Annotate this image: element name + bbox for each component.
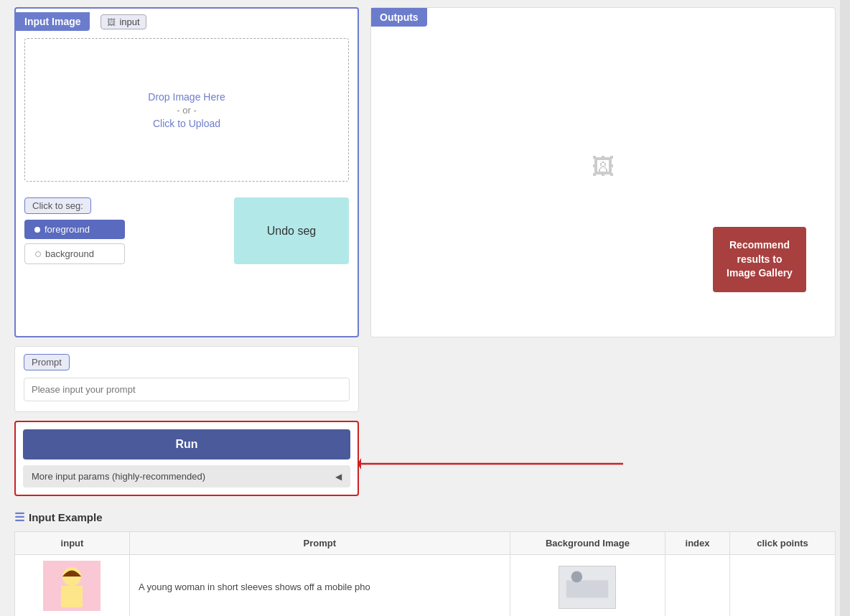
cell-input: [15, 555, 130, 617]
fg-dot-icon: [34, 227, 40, 233]
col-index: index: [665, 532, 730, 555]
table-row: A young woman in short sleeves shows off…: [15, 555, 836, 617]
collapse-arrow-icon: ◀: [335, 472, 342, 482]
input-image-panel: Input Image 🖼 input Drop Image Here - or…: [14, 7, 359, 337]
prompt-input[interactable]: [24, 378, 350, 401]
example-header-label: Input Example: [29, 511, 103, 523]
cell-bg: [510, 555, 665, 617]
input-tag: 🖼 input: [101, 14, 146, 29]
cell-prompt: A young woman in short sleeves shows off…: [129, 555, 510, 617]
output-header: Outputs: [371, 8, 427, 27]
image-small-icon: 🖼: [107, 17, 116, 27]
output-panel: Outputs 🖼 Recommend results to Image Gal…: [370, 7, 836, 337]
output-body: 🖼 Recommend results to Image Gallery: [371, 27, 835, 307]
undo-seg-button[interactable]: Undo seg: [234, 197, 349, 264]
seg-controls: Click to seg: foreground background: [24, 197, 225, 264]
input-image-header: Input Image: [16, 12, 90, 31]
example-person-image: [43, 561, 101, 611]
col-input: input: [15, 532, 130, 555]
drop-zone[interactable]: Drop Image Here - or - Click to Upload: [24, 38, 349, 182]
example-header: ☰ Input Example: [14, 510, 836, 524]
svg-marker-1: [358, 458, 361, 470]
bg-placeholder-svg: [559, 566, 615, 609]
red-arrow-annotation: [358, 442, 630, 485]
run-button[interactable]: Run: [23, 429, 350, 459]
foreground-button[interactable]: foreground: [24, 220, 125, 239]
example-table: input Prompt Background Image index clic…: [14, 531, 836, 616]
col-click: click points: [729, 532, 835, 555]
drop-zone-or: - or -: [177, 105, 196, 116]
svg-rect-6: [566, 580, 609, 597]
table-header-row: input Prompt Background Image index clic…: [15, 532, 836, 555]
more-params-row[interactable]: More input params (highly-recommended) ◀: [23, 465, 350, 487]
more-params-label: More input params (highly-recommended): [32, 471, 205, 482]
bg-dot-icon: [35, 251, 41, 257]
col-prompt: Prompt: [129, 532, 510, 555]
cell-index: [665, 555, 730, 617]
background-button[interactable]: background: [24, 243, 125, 264]
click-to-seg-label: Click to seg:: [24, 197, 91, 214]
prompt-section: Prompt: [14, 346, 359, 412]
output-placeholder-icon: 🖼: [592, 154, 615, 180]
svg-point-7: [571, 571, 583, 582]
input-tag-label: input: [119, 17, 139, 27]
cell-click-points: [729, 555, 835, 617]
recommend-button[interactable]: Recommend results to Image Gallery: [713, 227, 806, 292]
prompt-label: Prompt: [24, 354, 70, 370]
svg-rect-3: [61, 586, 83, 607]
foreground-label: foreground: [45, 224, 90, 235]
bg-image-placeholder: [559, 566, 616, 609]
drop-zone-text2: Click to Upload: [153, 118, 220, 129]
col-bg: Background Image: [510, 532, 665, 555]
background-label: background: [45, 248, 94, 259]
scrollbar[interactable]: [840, 0, 850, 616]
seg-controls-row: Click to seg: foreground background Undo…: [16, 190, 358, 271]
list-icon: ☰: [14, 510, 24, 524]
example-section: ☰ Input Example input Prompt Background …: [14, 510, 836, 616]
run-section: Run More input params (highly-recommende…: [14, 421, 359, 496]
drop-zone-text1: Drop Image Here: [148, 91, 225, 103]
